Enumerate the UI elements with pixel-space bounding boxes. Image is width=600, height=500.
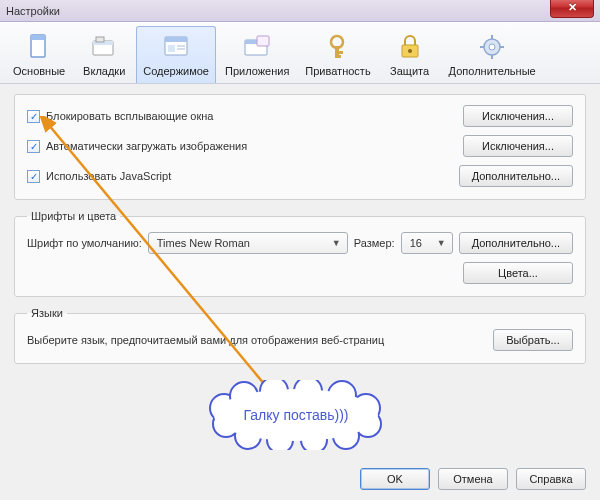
checkbox-js-label: Использовать JavaScript [46, 170, 171, 182]
checkbox-images[interactable]: ✓ [27, 140, 40, 153]
svg-point-37 [235, 423, 261, 449]
tab-label: Основные [13, 65, 65, 77]
category-toolbar: Основные Вкладки Содержимое Приложения П… [0, 22, 600, 84]
chevron-down-icon: ▼ [332, 238, 341, 248]
svg-point-38 [213, 411, 239, 437]
tab-label: Защита [390, 65, 429, 77]
svg-rect-4 [96, 37, 104, 42]
page-icon [23, 31, 55, 63]
size-label: Размер: [354, 237, 395, 249]
apps-icon [241, 31, 273, 63]
default-font-label: Шрифт по умолчанию: [27, 237, 142, 249]
choose-language-button[interactable]: Выбрать... [493, 329, 573, 351]
tab-apps[interactable]: Приложения [218, 26, 296, 83]
close-icon: ✕ [568, 1, 577, 14]
js-more-button[interactable]: Дополнительно... [459, 165, 573, 187]
svg-point-20 [489, 44, 495, 50]
tab-label: Приватность [305, 65, 370, 77]
checkbox-popup[interactable]: ✓ [27, 110, 40, 123]
svg-point-34 [333, 423, 359, 449]
privacy-icon [322, 31, 354, 63]
titlebar: Настройки ✕ [0, 0, 600, 22]
svg-point-30 [294, 380, 322, 405]
tab-label: Вкладки [83, 65, 125, 77]
dialog-footer: OK Отмена Справка [360, 468, 586, 490]
svg-point-29 [260, 380, 288, 405]
group-fonts: Шрифты и цвета Шрифт по умолчанию: Times… [14, 210, 586, 297]
colors-button[interactable]: Цвета... [463, 262, 573, 284]
content-area: ✓ Блокировать всплывающие окна Исключени… [0, 84, 600, 382]
svg-rect-6 [165, 37, 187, 42]
svg-point-32 [352, 394, 380, 422]
svg-point-18 [408, 49, 412, 53]
tab-main[interactable]: Основные [6, 26, 72, 83]
tab-security[interactable]: Защита [380, 26, 440, 83]
font-select-value: Times New Roman [157, 237, 250, 249]
tab-tabs[interactable]: Вкладки [74, 26, 134, 83]
help-button[interactable]: Справка [516, 468, 586, 490]
tab-content[interactable]: Содержимое [136, 26, 216, 83]
tab-privacy[interactable]: Приватность [298, 26, 377, 83]
size-select[interactable]: 16 ▼ [401, 232, 453, 254]
folder-icon [88, 31, 120, 63]
group-blocking: ✓ Блокировать всплывающие окна Исключени… [14, 94, 586, 200]
fonts-legend: Шрифты и цвета [27, 210, 120, 222]
chevron-down-icon: ▼ [437, 238, 446, 248]
cancel-button[interactable]: Отмена [438, 468, 508, 490]
exceptions-button-images[interactable]: Исключения... [463, 135, 573, 157]
tab-label: Содержимое [143, 65, 209, 77]
annotation-text: Галку поставь))) [243, 407, 348, 423]
content-icon [160, 31, 192, 63]
svg-rect-15 [335, 51, 343, 54]
close-button[interactable]: ✕ [550, 0, 594, 18]
svg-point-39 [214, 389, 378, 441]
tab-label: Приложения [225, 65, 289, 77]
ok-button[interactable]: OK [360, 468, 430, 490]
svg-point-36 [267, 427, 293, 450]
annotation-callout: Галку поставь))) [196, 380, 396, 450]
group-languages: Языки Выберите язык, предпочитаемый вами… [14, 307, 586, 364]
svg-point-33 [355, 411, 381, 437]
svg-point-31 [328, 381, 356, 409]
size-select-value: 16 [410, 237, 422, 249]
svg-point-27 [210, 394, 238, 422]
langs-legend: Языки [27, 307, 67, 319]
langs-description: Выберите язык, предпочитаемый вами для о… [27, 334, 487, 346]
svg-point-28 [230, 382, 258, 410]
window-title: Настройки [6, 5, 60, 17]
svg-rect-16 [335, 55, 341, 58]
checkbox-js[interactable]: ✓ [27, 170, 40, 183]
svg-rect-7 [168, 45, 175, 52]
svg-point-35 [301, 427, 327, 450]
checkbox-images-label: Автоматически загружать изображения [46, 140, 247, 152]
checkbox-popup-label: Блокировать всплывающие окна [46, 110, 213, 122]
font-select[interactable]: Times New Roman ▼ [148, 232, 348, 254]
svg-rect-1 [31, 35, 45, 40]
fonts-more-button[interactable]: Дополнительно... [459, 232, 573, 254]
lock-icon [394, 31, 426, 63]
exceptions-button-popup[interactable]: Исключения... [463, 105, 573, 127]
gear-icon [476, 31, 508, 63]
svg-rect-12 [257, 36, 269, 46]
tab-label: Дополнительные [449, 65, 536, 77]
svg-point-26 [216, 391, 376, 439]
tab-advanced[interactable]: Дополнительные [442, 26, 543, 83]
